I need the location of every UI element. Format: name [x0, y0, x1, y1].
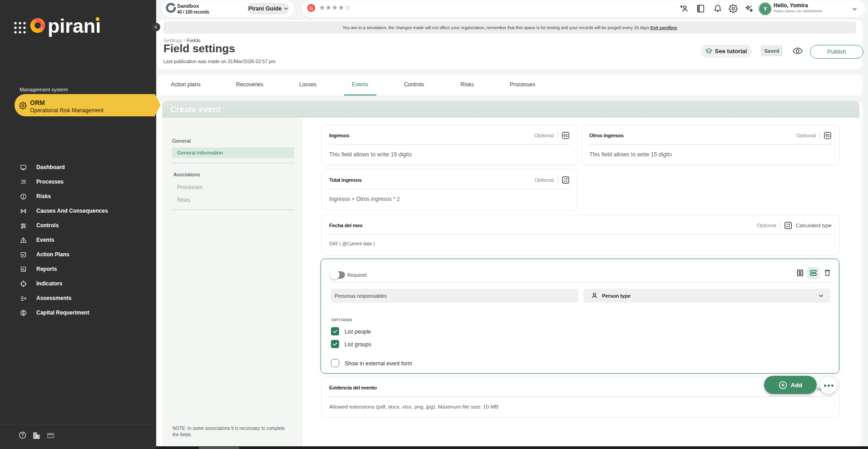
svg-text:01: 01: [825, 133, 830, 138]
svg-text:01: 01: [563, 133, 568, 138]
